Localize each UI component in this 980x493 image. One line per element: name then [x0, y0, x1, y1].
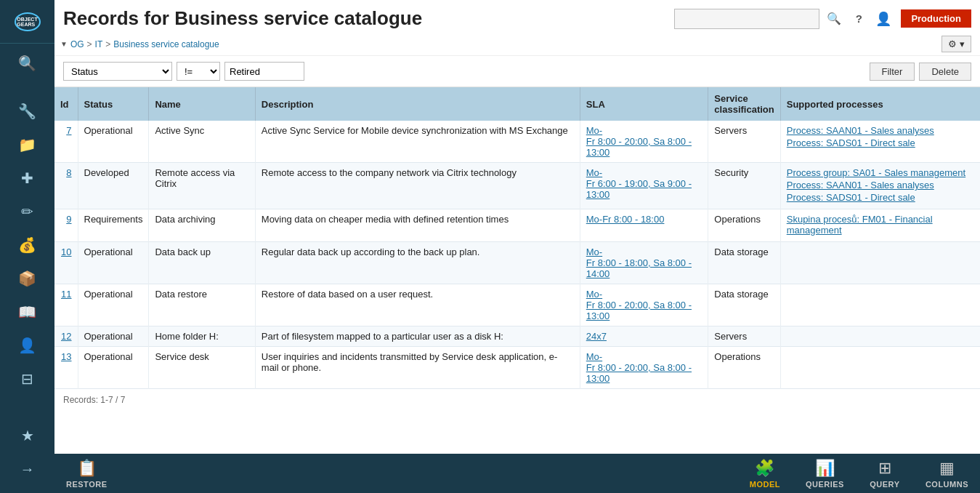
cell-status: Operational [78, 242, 149, 284]
breadcrumb-dropdown-arrow[interactable]: ▼ [60, 40, 68, 48]
sla-link[interactable]: Fr 8:00 - 20:00, Sa 8:00 - 13:00 [586, 300, 702, 321]
wrench-icon-btn[interactable]: 🔧 [14, 97, 41, 125]
cell-supported-processes: Skupina procesů: FM01 - Financial manage… [780, 209, 980, 242]
supported-process-link[interactable]: Process: SADS01 - Direct sale [787, 137, 974, 148]
id-link[interactable]: 9 [66, 214, 71, 225]
cell-sla: Mo-Fr 8:00 - 20:00, Sa 8:00 - 13:00 [580, 121, 708, 163]
search-button[interactable]: 🔍 [824, 9, 844, 29]
cell-supported-processes: Process group: SA01 - Sales managementPr… [780, 163, 980, 209]
cell-description: Remote access to the company network via… [255, 163, 580, 209]
filter-value-input[interactable] [224, 62, 304, 81]
cell-supported-processes [780, 347, 980, 389]
book-icon: 📖 [18, 303, 36, 321]
sla-link[interactable]: Mo- [586, 167, 702, 178]
supported-process-link[interactable]: Process: SAAN01 - Sales analyses [787, 180, 974, 191]
sla-link[interactable]: Mo- [586, 125, 702, 136]
id-link[interactable]: 8 [66, 167, 71, 178]
app-logo[interactable]: OBJECTGEARS [0, 0, 54, 44]
breadcrumb-og[interactable]: OG [70, 39, 84, 49]
sla-link[interactable]: 24x7 [586, 331, 702, 342]
table-header-row: Id Status Name Description SLA Servicecl… [54, 87, 980, 121]
supported-process-link[interactable]: Process: SAAN01 - Sales analyses [787, 125, 974, 136]
supported-process-link[interactable]: Skupina procesů: FM01 - Financial manage… [787, 214, 974, 236]
pencil-icon-btn[interactable]: ✏ [14, 198, 41, 225]
circuit-icon: ⊟ [21, 370, 33, 388]
bottom-model-btn[interactable]: 🧩 MODEL [736, 454, 794, 493]
user-button[interactable]: 👤 [873, 9, 894, 29]
id-link[interactable]: 12 [61, 331, 71, 342]
supported-process-link[interactable]: Process: SADS01 - Direct sale [787, 192, 974, 203]
box-icon: 📦 [18, 270, 36, 287]
filter-operator-select[interactable]: != = [177, 62, 220, 81]
search-icon: 🔍 [18, 55, 36, 72]
book-icon-btn[interactable]: 📖 [14, 298, 41, 326]
cell-description: User inquiries and incidents transmitted… [255, 347, 580, 389]
restore-icon: 📋 [77, 459, 97, 478]
bottom-restore-btn[interactable]: 📋 RESTORE [54, 454, 118, 493]
wrench-icon: 🔧 [18, 103, 36, 120]
id-link[interactable]: 11 [61, 289, 71, 300]
model-icon: 🧩 [755, 459, 774, 478]
columns-icon: ▦ [939, 459, 955, 478]
settings-button[interactable]: ⚙ ▾ [941, 36, 971, 52]
search-sidebar-icon[interactable]: 🔍 [14, 49, 41, 77]
sla-link[interactable]: Mo- [586, 246, 702, 257]
col-name: Name [149, 87, 255, 121]
plus-icon-btn[interactable]: ✚ [14, 164, 41, 192]
cell-description: Restore of data based on a user request. [255, 284, 580, 326]
cell-service-classification: Operations [708, 209, 780, 242]
circuit-icon-btn[interactable]: ⊟ [14, 365, 41, 393]
breadcrumb-it[interactable]: IT [95, 39, 103, 49]
help-button[interactable]: ? [849, 9, 869, 29]
id-link[interactable]: 13 [61, 351, 71, 362]
supported-process-link[interactable]: Process group: SA01 - Sales management [787, 167, 974, 178]
sla-link[interactable]: Mo- [586, 289, 702, 300]
star-icon: ★ [21, 427, 34, 444]
arrow-icon-btn[interactable]: → [14, 455, 41, 483]
cell-id: 13 [54, 347, 78, 389]
cell-status: Operational [78, 347, 149, 389]
coins-icon-btn[interactable]: 💰 [14, 231, 41, 259]
sla-link[interactable]: Mo-Fr 8:00 - 18:00 [586, 214, 702, 225]
top-search-input[interactable] [674, 9, 819, 29]
bottom-query-btn[interactable]: ⊞ QUERY [856, 454, 914, 493]
cell-sla: Mo-Fr 8:00 - 20:00, Sa 8:00 - 13:00 [580, 284, 708, 326]
sla-link[interactable]: Fr 8:00 - 20:00, Sa 8:00 - 13:00 [586, 136, 702, 158]
cell-description: Part of filesystem mapped to a particula… [255, 326, 580, 347]
box-icon-btn[interactable]: 📦 [14, 265, 41, 292]
cell-service-classification: Data storage [708, 242, 780, 284]
cell-supported-processes [780, 326, 980, 347]
cell-description: Active Sync Service for Mobile device sy… [255, 121, 580, 163]
bottom-queries-btn[interactable]: 📊 QUERIES [794, 454, 856, 493]
sla-link[interactable]: Fr 8:00 - 18:00, Sa 8:00 - 14:00 [586, 257, 702, 279]
id-link[interactable]: 7 [66, 125, 71, 136]
person-icon-btn[interactable]: 👤 [14, 332, 41, 359]
pencil-icon: ✏ [21, 203, 33, 220]
breadcrumb-catalogue[interactable]: Business service catalogue [113, 39, 219, 49]
cell-id: 7 [54, 121, 78, 163]
cell-sla: Mo-Fr 6:00 - 19:00, Sa 9:00 - 13:00 [580, 163, 708, 209]
filter-button[interactable]: Filter [870, 63, 915, 81]
sla-link[interactable]: Fr 8:00 - 20:00, Sa 8:00 - 13:00 [586, 362, 702, 384]
cell-name: Data archiving [149, 209, 255, 242]
table-row: 11OperationalData restoreRestore of data… [54, 284, 980, 326]
id-link[interactable]: 10 [61, 246, 71, 257]
sla-link[interactable]: Fr 6:00 - 19:00, Sa 9:00 - 13:00 [586, 178, 702, 200]
columns-label: COLUMNS [926, 480, 968, 489]
col-sla: SLA [580, 87, 708, 121]
sla-link[interactable]: Mo- [586, 351, 702, 362]
filter-field-select[interactable]: Status [63, 62, 172, 81]
sidebar: OBJECTGEARS 🔍 🔧 📁 ✚ ✏ 💰 📦 📖 👤 ⊟ ★ → [0, 0, 54, 493]
table-row: 13OperationalService deskUser inquiries … [54, 347, 980, 389]
cell-service-classification: Operations [708, 347, 780, 389]
cell-sla: Mo-Fr 8:00 - 18:00, Sa 8:00 - 14:00 [580, 242, 708, 284]
cell-id: 9 [54, 209, 78, 242]
bottom-columns-btn[interactable]: ▦ COLUMNS [914, 454, 980, 493]
cell-id: 11 [54, 284, 78, 326]
folder-icon-btn[interactable]: 📁 [14, 131, 41, 159]
star-icon-btn[interactable]: ★ [14, 422, 41, 449]
bottom-toolbar: 📋 RESTORE 🧩 MODEL 📊 QUERIES ⊞ QUERY ▦ CO… [54, 454, 980, 493]
col-service-classification: Serviceclassification [708, 87, 780, 121]
delete-button[interactable]: Delete [919, 63, 971, 81]
records-count: Records: 1-7 / 7 [54, 389, 980, 411]
